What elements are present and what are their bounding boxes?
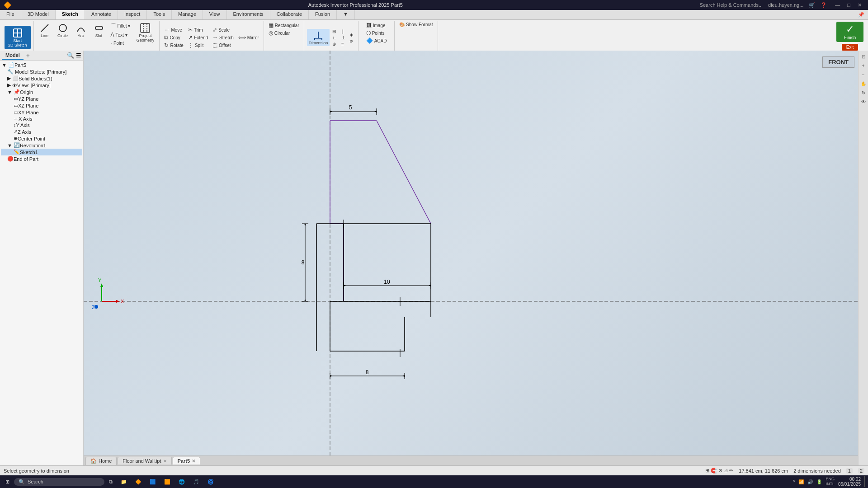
tab-home[interactable]: 🏠 Home [85,457,117,465]
extend-button[interactable]: ↗Extend [186,34,210,41]
help-icon[interactable]: ❓ [821,2,827,8]
tab-annotate[interactable]: Annotate [85,10,118,19]
circle-button[interactable]: Circle [55,22,71,39]
exit-button[interactable]: Exit [842,44,859,51]
tab-environments[interactable]: Environments [227,10,270,19]
points-button[interactable]: ⬡Points [364,29,387,37]
tab-3dmodel[interactable]: 3D Model [21,10,56,19]
tab-file[interactable]: File [0,10,21,19]
image-button[interactable]: 🖼Image [364,22,387,29]
grid-icon[interactable]: ⊞ [705,468,709,473]
model-options-button[interactable]: ☰ [76,52,81,59]
tab-inspect[interactable]: Inspect [118,10,147,19]
constrain-btn-5[interactable]: ⊥ [340,35,347,41]
chrome-button[interactable]: 🌐 [175,478,189,486]
tab-extra[interactable]: ▼ [337,10,355,19]
look-at-button[interactable]: 👁 [859,98,868,106]
taskbar-search[interactable]: 🔍 Search [14,478,104,486]
up-arrow-icon[interactable]: ^ [793,479,795,484]
cart-icon[interactable]: 🛒 [809,2,815,8]
user-label[interactable]: dieu.huyen.ng... [768,2,803,8]
snap-icon[interactable]: 🧲 [711,468,717,473]
task-view-button[interactable]: ⧉ [105,478,116,486]
battery-icon[interactable]: 🔋 [816,479,822,484]
search-tree-button[interactable]: 🔍 [67,52,74,59]
copy-button[interactable]: ⧉Copy [162,34,185,41]
circular-button[interactable]: ◎Circular [267,29,292,37]
tree-revolution1[interactable]: ▼ 🔄 Revolution1 [1,142,82,149]
minimize-button[interactable]: — [832,2,843,8]
search-help-link[interactable]: Search Help & Commands... [700,2,763,8]
line-button[interactable]: Line [37,22,53,39]
teams-button[interactable]: 🟦 [146,478,160,486]
tree-view[interactable]: ▶ 👁 View: [Primary] [1,82,82,89]
network-icon[interactable]: 📶 [798,479,804,484]
model-tab[interactable]: Model [2,52,24,60]
floor-wall-close-button[interactable]: ✕ [163,459,167,464]
tree-xy-plane[interactable]: ▭ XY Plane [1,109,82,116]
tab-fusion[interactable]: Fusion [309,10,337,19]
tab-part5[interactable]: Part5 ✕ [173,457,201,465]
close-button[interactable]: ✕ [855,2,864,8]
part5-close-button[interactable]: ✕ [192,459,195,464]
clock-display[interactable]: 00:02 05/01/2025 [838,477,861,487]
tab-tools[interactable]: Tools [147,10,172,19]
constrain-btn-7[interactable]: ◈ [348,32,355,38]
volume-icon[interactable]: 🔊 [807,479,813,484]
ortho-icon[interactable]: ⊿ [724,468,728,473]
start-2d-sketch-button[interactable]: Start2D Sketch [5,26,31,49]
point-button[interactable]: · Point [109,39,132,47]
dimension-button[interactable]: Dimension [307,29,330,46]
tree-yz-plane[interactable]: ▭ YZ Plane [1,95,82,102]
tree-center-point[interactable]: ⊕ Center Point [1,135,82,142]
trim-button[interactable]: ✂Trim [186,26,210,33]
tree-sketch1[interactable]: ✏️ Sketch1 [1,149,82,155]
constrain-btn-4[interactable]: ∥ [340,28,347,34]
project-geometry-button[interactable]: ProjectGeometry [134,22,156,43]
constrain-btn-1[interactable]: ⊟ [330,28,339,34]
ribbon-pin-icon[interactable]: 📌 [854,11,868,19]
tree-end-of-part[interactable]: 🔴 End of Part [1,155,82,162]
tab-collaborate[interactable]: Collaborate [270,10,309,19]
show-desktop-button[interactable] [864,476,866,487]
add-tab-button[interactable]: + [24,51,33,60]
rectangular-button[interactable]: ▦Rectangular [267,22,301,29]
maximize-button[interactable]: □ [844,2,853,8]
start-button[interactable]: ⊞ [2,478,13,486]
split-button[interactable]: ⋮Split [186,42,210,49]
pan-button[interactable]: ✋ [859,80,868,88]
zoom-in-button[interactable]: + [859,61,868,70]
rotate-button[interactable]: ↻Rotate [162,42,185,49]
spotify-button[interactable]: 🎵 [189,478,203,486]
viewport[interactable]: 5 10 8 8 [84,51,858,465]
slot-button[interactable]: Slot [91,22,107,39]
constrain-btn-8[interactable]: ⌀ [348,38,355,44]
tree-origin[interactable]: ▼ 📌 Origin [1,89,82,95]
tree-model-states[interactable]: 🔧 Model States: [Primary] [1,68,82,75]
offset-button[interactable]: ⬚Offset [211,42,236,49]
arc-button[interactable]: Arc [73,22,89,39]
constrain-btn-6[interactable]: ≡ [340,41,347,47]
tree-y-axis[interactable]: ↕ Y Axis [1,122,82,128]
stretch-button[interactable]: ↔Stretch [211,34,236,41]
app-button-5[interactable]: 🌀 [204,478,217,486]
fillet-button[interactable]: ⌒ Fillet ▾ [109,22,132,30]
mirror-button[interactable]: ⟺Mirror [236,34,261,41]
tree-xz-plane[interactable]: ▭ XZ Plane [1,102,82,109]
rotate-view-button[interactable]: ↻ [859,89,868,97]
text-button[interactable]: A Text ▾ [109,31,132,38]
infer-icon[interactable]: ⊙ [718,468,722,473]
tab-floor-wall[interactable]: Floor and Wall.ipt ✕ [118,457,171,465]
tab-sketch[interactable]: Sketch [56,10,85,19]
dynamic-input-icon[interactable]: ✏ [729,468,733,473]
finish-sketch-button[interactable]: ✓ Finish [836,22,863,42]
zoom-fit-button[interactable]: ⊡ [859,52,868,61]
zoom-out-button[interactable]: − [859,70,868,79]
tree-part5[interactable]: ▼ 📄 Part5 [1,61,82,68]
tab-manage[interactable]: Manage [172,10,203,19]
constrain-btn-3[interactable]: ⊕ [330,41,339,47]
tab-view[interactable]: View [203,10,227,19]
move-button[interactable]: ↔Move [162,26,185,33]
explorer-button[interactable]: 📁 [117,478,131,486]
scale-button[interactable]: ⤢Scale [211,26,236,33]
